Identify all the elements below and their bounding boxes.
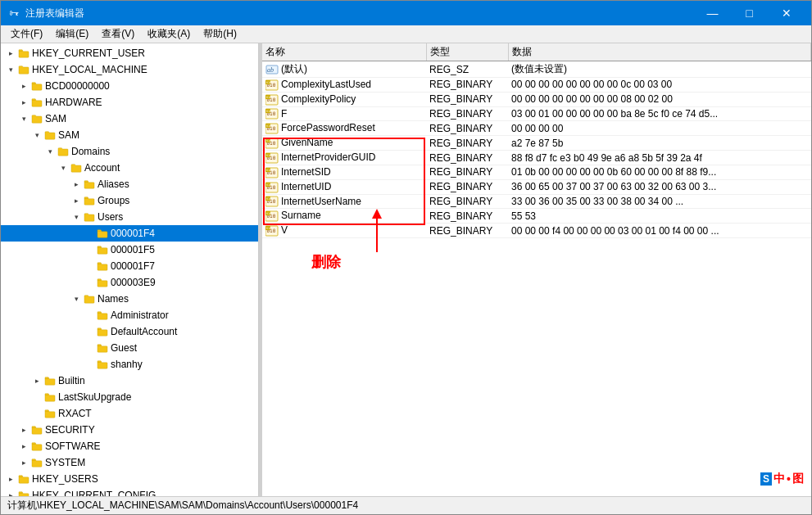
- expander-bcd[interactable]: ▸: [17, 79, 30, 93]
- tree-item-f7[interactable]: 000001F7: [1, 258, 258, 274]
- tree-panel[interactable]: ▸ HKEY_CURRENT_USER▾ HKEY_LOCAL_MACHINE▸…: [1, 43, 259, 496]
- tree-item-f5[interactable]: 000001F5: [1, 242, 258, 258]
- expander-groups[interactable]: ▸: [70, 194, 83, 207]
- expander-hkcc[interactable]: ▸: [4, 489, 17, 496]
- tree-item-hku[interactable]: ▸ HKEY_USERS: [1, 471, 258, 487]
- expander-f5[interactable]: [83, 243, 96, 256]
- tree-item-system[interactable]: ▸ SYSTEM: [1, 454, 258, 471]
- expander-admin[interactable]: [83, 309, 96, 322]
- table-row[interactable]: 010 010 GivenNameREG_BINARYa2 7e 87 5b: [262, 136, 811, 151]
- svg-text:010: 010: [266, 169, 271, 172]
- reg-binary-icon: 010 010: [265, 152, 279, 164]
- tree-item-lastsku[interactable]: LastSkuUpgrade: [1, 389, 258, 405]
- tree-label-aliases: Aliases: [98, 178, 129, 190]
- table-row[interactable]: 010 010 InternetUIDREG_BINARY36 00 65 00…: [262, 179, 811, 194]
- menu-item-h[interactable]: 帮助(H): [197, 25, 243, 43]
- tree-item-e9[interactable]: 000003E9: [1, 274, 258, 291]
- table-row[interactable]: 010 010 InternetUserNameREG_BINARY33 00 …: [262, 194, 811, 209]
- tree-item-software[interactable]: ▸ SOFTWARE: [1, 438, 258, 454]
- svg-rect-9: [98, 312, 101, 314]
- expander-sam[interactable]: ▾: [17, 112, 30, 125]
- menu-item-f[interactable]: 文件(F): [4, 25, 49, 43]
- cell-data-3: 03 00 01 00 00 00 00 00 ba 8e 5c f0 ce 7…: [508, 106, 811, 121]
- values-panel[interactable]: 名称 类型 数据 ab (默认)REG_SZ(数值未设置) 010 010 Co…: [262, 43, 811, 496]
- svg-text:010: 010: [266, 139, 271, 142]
- expander-domains[interactable]: ▾: [43, 145, 57, 158]
- table-row[interactable]: 010 010 InternetProviderGUIDREG_BINARY88…: [262, 151, 811, 165]
- folder-icon-shanhy: [96, 358, 109, 371]
- table-row[interactable]: 010 010 ComplexityLastUsedREG_BINARY00 0…: [262, 78, 811, 93]
- table-row[interactable]: 010 010 FREG_BINARY03 00 01 00 00 00 00 …: [262, 106, 811, 121]
- expander-hklm[interactable]: ▾: [4, 63, 17, 76]
- tree-item-domains[interactable]: ▾ Domains: [1, 143, 258, 160]
- tree-item-f4[interactable]: 000001F4: [1, 225, 258, 242]
- svg-rect-8: [98, 279, 101, 281]
- cell-data-11: 00 00 00 f4 00 00 00 00 03 00 01 00 f4 0…: [508, 224, 811, 238]
- expander-f4[interactable]: [83, 227, 96, 240]
- expander-hardware[interactable]: ▸: [17, 96, 30, 109]
- table-row[interactable]: ab (默认)REG_SZ(数值未设置): [262, 61, 811, 78]
- tree-item-users[interactable]: ▾ Users: [1, 209, 258, 225]
- expander-builtin[interactable]: ▸: [30, 374, 43, 387]
- expander-names[interactable]: ▾: [70, 292, 83, 305]
- cell-type-8: REG_BINARY: [426, 179, 508, 194]
- expander-hkcu[interactable]: ▸: [4, 47, 17, 60]
- tree-item-guest[interactable]: Guest: [1, 340, 258, 356]
- maximize-button[interactable]: □: [731, 1, 768, 25]
- tree-item-hkcc[interactable]: ▸ HKEY_CURRENT_CONFIG: [1, 487, 258, 496]
- status-bar: 计算机\HKEY_LOCAL_MACHINE\SAM\SAM\Domains\A…: [1, 496, 811, 514]
- tree-label-hkcc: HKEY_CURRENT_CONFIG: [32, 490, 156, 496]
- expander-f7[interactable]: [83, 260, 96, 273]
- svg-rect-1: [32, 83, 35, 84]
- tree-item-bcd[interactable]: ▸ BCD00000000: [1, 78, 258, 94]
- tree-label-system: SYSTEM: [45, 457, 85, 468]
- expander-system[interactable]: ▸: [17, 456, 30, 469]
- table-row[interactable]: 010 010 ComplexityPolicyREG_BINARY00 00 …: [262, 92, 811, 106]
- tree-label-security: SECURITY: [45, 424, 95, 436]
- table-row[interactable]: 010 010 InternetSIDREG_BINARY01 0b 00 00…: [262, 165, 811, 179]
- tree-label-e9: 000003E9: [111, 277, 156, 288]
- tree-item-sam[interactable]: ▾ SAM: [1, 111, 258, 127]
- tree-item-security[interactable]: ▸ SECURITY: [1, 422, 258, 438]
- table-row[interactable]: 010 010 ForcePasswordResetREG_BINARY00 0…: [262, 121, 811, 136]
- tree-item-sam2[interactable]: ▾ SAM: [1, 127, 258, 143]
- tree-item-account[interactable]: ▾ Account: [1, 160, 258, 176]
- svg-rect-19: [19, 476, 22, 477]
- tree-item-aliases[interactable]: ▸ Aliases: [1, 176, 258, 192]
- tree-item-admin[interactable]: Administrator: [1, 307, 258, 323]
- tree-item-hklm[interactable]: ▾ HKEY_LOCAL_MACHINE: [1, 61, 258, 78]
- tree-item-defacct[interactable]: DefaultAccount: [1, 323, 258, 340]
- expander-software[interactable]: ▸: [17, 440, 30, 453]
- expander-users[interactable]: ▾: [70, 210, 83, 224]
- expander-rxact[interactable]: [30, 407, 43, 420]
- folder-icon-hklm: [17, 63, 30, 76]
- expander-defacct[interactable]: [83, 325, 96, 338]
- expander-shanhy[interactable]: [83, 358, 96, 371]
- expander-lastsku[interactable]: [30, 391, 43, 404]
- cell-data-9: 33 00 36 00 35 00 33 00 38 00 34 00 ...: [508, 194, 811, 209]
- tree-item-names[interactable]: ▾ Names: [1, 291, 258, 307]
- tree-item-rxact[interactable]: RXACT: [1, 405, 258, 422]
- tree-item-groups[interactable]: ▸ Groups: [1, 192, 258, 209]
- table-row[interactable]: 010 010 VREG_BINARY00 00 00 f4 00 00 00 …: [262, 224, 811, 238]
- tree-item-builtin[interactable]: ▸ Builtin: [1, 373, 258, 389]
- close-button[interactable]: ✕: [768, 1, 805, 25]
- menu-item-v[interactable]: 查看(V): [95, 25, 141, 43]
- expander-aliases[interactable]: ▸: [70, 178, 83, 191]
- minimize-button[interactable]: —: [694, 1, 731, 25]
- svg-text:010: 010: [266, 227, 271, 230]
- menu-item-e[interactable]: 编辑(E): [49, 25, 95, 43]
- tree-item-shanhy[interactable]: shanhy: [1, 356, 258, 373]
- expander-guest[interactable]: [83, 341, 96, 355]
- menu-item-a[interactable]: 收藏夹(A): [141, 25, 197, 43]
- svg-rect-6: [98, 246, 101, 248]
- expander-hku[interactable]: ▸: [4, 472, 17, 486]
- expander-account[interactable]: ▾: [57, 161, 70, 174]
- expander-security[interactable]: ▸: [17, 423, 30, 436]
- expander-sam2[interactable]: ▾: [30, 129, 43, 142]
- table-row[interactable]: 010 010 SurnameREG_BINARY55 53: [262, 209, 811, 224]
- cell-type-3: REG_BINARY: [426, 106, 508, 121]
- expander-e9[interactable]: [83, 276, 96, 289]
- tree-item-hkcu[interactable]: ▸ HKEY_CURRENT_USER: [1, 45, 258, 61]
- tree-item-hardware[interactable]: ▸ HARDWARE: [1, 94, 258, 111]
